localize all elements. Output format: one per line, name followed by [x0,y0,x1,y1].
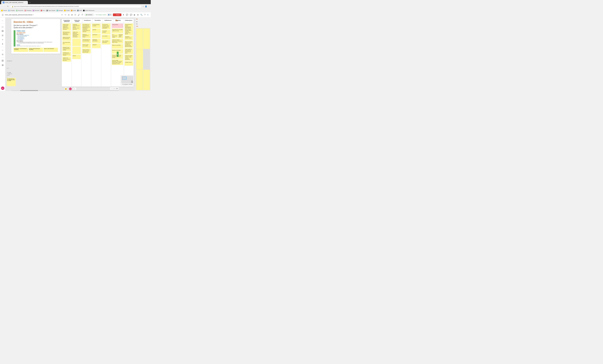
exercise-question2: Quelle est la cible prioritaire ? [14,27,58,29]
list-item: Ne problème, ne font accroitre fils grou… [82,23,91,33]
back-btn[interactable]: ‹ [1,5,3,8]
invivo-footer: RÉFÉRENTIEL DU SITE INTERNET INVIVO-GROU… [17,46,58,46]
col-header-candidats: Candidats [113,19,123,23]
bookmark-favicon [33,10,34,11]
sidebar-list-icon[interactable]: ≡ [1,38,4,42]
sidebar-table-icon[interactable]: ⊞ [1,33,4,37]
canvas-area[interactable]: Exercice 01 : Cibles Qui vient sur votre… [5,18,135,91]
sidebar-grid-icon[interactable]: ▦ [1,63,4,67]
tab-label: invivo_site-corporate_arboresc... [5,2,24,3]
right-panel-re: Re [135,21,151,23]
paint-btn[interactable]: 🖌 [77,13,80,16]
check-btn[interactable]: ☑ [74,13,77,16]
add-icon: + [74,88,75,90]
bookmark-projets[interactable]: Projets [64,10,70,11]
list-item: être démarches qui se regroupent autour … [7,78,16,86]
left-sidebar: ← ◻ 🖼 ⊞ ≡ ⬇ ☆ ⚙ 🖼 ▦ EM [0,18,5,91]
bookmark-pinit[interactable]: Pin it [41,10,45,11]
list-item: Ultra prioritaire [112,23,123,28]
profile-icon[interactable]: 👤 [145,5,147,7]
bookmark-shopping[interactable]: Shopping [24,10,32,11]
tab-close-btn[interactable]: × [26,2,26,3]
address-bar[interactable]: 🔒 app.mural.co/t/publicissapient7269/m/p… [10,5,142,8]
scrollbar-thumb [20,90,38,91]
bookmark-favicon [71,10,72,11]
col-investisseurs: Ne problème, ne font accroitre fils grou… [81,23,91,87]
bookmark-comptes[interactable]: Comptes [8,10,15,11]
bookmark-icon[interactable]: ☆ [143,5,144,7]
search-btn[interactable]: 🔍 [140,13,143,16]
bookmark-notion[interactable]: Notion Resources [83,10,94,11]
breadcrumb-chevron-icon: ▾ [33,14,34,16]
redo-btn[interactable]: ↪ [64,13,67,16]
list-item: Convention annuelle [102,30,110,34]
bottom-scrollbar[interactable] [11,90,119,91]
invivo-logo: invivo [17,44,58,46]
undo-btn[interactable]: ↩ [61,13,63,16]
share-label: Share [116,14,120,16]
users-count: 10 [110,14,111,15]
comment-btn[interactable]: 💬 [126,13,129,16]
download-btn[interactable]: ⬇ [122,13,125,16]
list-item: Représentent le groupe : ambassadeurs. P… [125,23,133,35]
sidebar-export-icon[interactable]: ⬇ [1,42,4,46]
bookmark-favoris[interactable]: Favoris [1,10,7,11]
chat-btn[interactable]: 💬 [129,13,133,16]
list-item: Dr.Melanie Soufflet Diverses acteurs, tr… [72,23,81,31]
bookmark-typesample[interactable]: Type Sample [46,10,55,11]
bookmark-veille[interactable]: Veille [77,10,82,11]
forward-btn[interactable]: › [4,5,6,8]
list-item: All links [72,55,81,59]
col-institutionnels: Gouvernance, actualités, CP ou communica… [101,23,111,87]
emoji-icon: 😊 [65,88,67,90]
bookmark-razorfish[interactable]: Razorfish [33,10,40,11]
context-text-5: le les 5 [7,75,16,76]
clock-btn[interactable]: ⏱ [81,13,84,16]
sidebar-image-icon[interactable]: 🖼 [1,29,4,33]
context-text-6: 1. [7,77,16,77]
context-text-3: s un angle [7,72,16,73]
mini-map: ⚙ Navigation Settings [121,75,134,86]
sidebar-back-icon[interactable]: ← [1,19,4,22]
col-header-institutionnels: Institutionnels [103,19,113,23]
tab-favicon: M [3,2,4,3]
frame-btn[interactable]: ⊡ [68,13,70,16]
new-tab-button[interactable]: + [28,1,32,4]
facilitator-button[interactable]: Facilitator [85,14,94,16]
sidebar-divider-1 [1,23,4,24]
users-badge[interactable]: 👤 10 [107,14,112,16]
menu-icon[interactable]: ⋮ [148,5,150,7]
bookmark-favicon [46,10,48,11]
sidebar-sticky-icon[interactable]: ◻ [1,25,4,29]
col-header-journalistes: Journalistes [93,19,103,23]
refresh-btn[interactable]: ↻ [7,5,9,8]
grid-view-btn[interactable]: ⊞ [137,13,139,16]
sidebar-photo-icon[interactable]: 🖼 [1,59,4,63]
bookmark-favicon [8,10,10,11]
list-item: Montrer le dynamisme du groupe [82,33,91,38]
sidebar-star-icon[interactable]: ☆ [1,48,4,52]
bookmark-outils[interactable]: Outils [71,10,76,11]
bookmark-favicon [77,10,79,11]
layout-btn[interactable]: ⊞ [71,13,73,16]
app-menu-btn[interactable]: ☰ [2,14,4,16]
share-button[interactable]: ↑ Share [113,13,121,16]
list-item: Hypothèse mutation interne [125,36,133,40]
mini-canvas-preview [136,28,150,90]
present-btn[interactable]: ▶ [134,13,136,16]
bookmark-favicon [41,10,42,11]
share-icon: ↑ [115,14,116,16]
app-topbar: ☰ invivo_site-corporate_arborescence&con… [0,12,151,18]
navigation-settings-btn[interactable]: ⚙ Navigation Settings [121,84,133,85]
tab-bar: M invivo_site-corporate_arboresc... × + [0,0,151,4]
bookmarks-bar: Favoris Comptes Souvenirs Shopping Razor… [0,9,151,12]
bookmark-souvenirs[interactable]: Souvenirs [16,10,23,11]
invite-btn[interactable]: + [147,13,149,17]
check-icon: ✓ [94,14,95,15]
exercise-panel: Exercice 01 : Cibles Qui vient sur votre… [11,19,60,54]
active-tab[interactable]: M invivo_site-corporate_arboresc... × [1,1,28,4]
help-btn[interactable]: ? [144,13,146,16]
bookmark-musique[interactable]: Musique [57,10,63,11]
list-item: outils actuels ne permettent pas sentime… [125,48,133,54]
sidebar-settings-icon[interactable]: ⚙ [1,53,4,56]
